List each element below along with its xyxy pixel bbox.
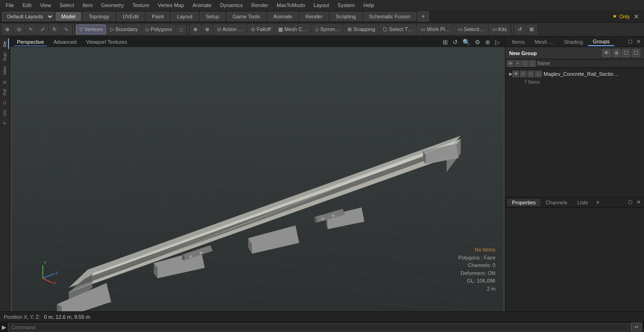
add-layout-tab[interactable]: + bbox=[417, 11, 429, 22]
sidebar-tab-pol[interactable]: Pol: bbox=[1, 86, 9, 97]
selection-button[interactable]: ▭ Selecti… bbox=[454, 24, 488, 34]
tool-circle[interactable]: ⊙ bbox=[14, 24, 25, 34]
rtab-items[interactable]: Items bbox=[507, 38, 529, 46]
sidebar-tab-mes[interactable]: Mes: bbox=[1, 64, 9, 77]
menu-vertexmap[interactable]: Vertex Map bbox=[154, 1, 188, 9]
rbtab-add[interactable]: + bbox=[594, 199, 602, 206]
group-eye-icon[interactable]: 👁 bbox=[602, 49, 611, 57]
rotate-icon-btn[interactable]: ↺ bbox=[514, 24, 525, 34]
boundary-button[interactable]: ▷ Boundary bbox=[107, 24, 141, 34]
rp-bottom-close-icon[interactable]: ✕ bbox=[635, 199, 642, 206]
tab-render[interactable]: Render bbox=[299, 12, 329, 21]
rbtab-channels[interactable]: Channels bbox=[541, 199, 572, 206]
menu-render[interactable]: Render bbox=[248, 1, 272, 9]
menu-edit[interactable]: Edit bbox=[19, 1, 35, 9]
vp-icon-refresh[interactable]: ↺ bbox=[451, 38, 459, 46]
layout-dropdown[interactable]: Default Layouts bbox=[2, 12, 54, 21]
action-button[interactable]: ⊙ Action … bbox=[214, 24, 247, 34]
row-sq2-icon[interactable]: □ bbox=[535, 71, 542, 77]
selecttype-button[interactable]: ⬡ Select T… bbox=[380, 24, 416, 34]
polygons-button[interactable]: ◇ Polygons bbox=[142, 24, 175, 34]
menu-item[interactable]: Item bbox=[79, 1, 96, 9]
row-eye-icon[interactable]: 👁 bbox=[512, 71, 519, 77]
vp-icon-gear[interactable]: ⚙ bbox=[473, 38, 482, 46]
menu-animate[interactable]: Animate bbox=[189, 1, 215, 9]
groups-list[interactable]: ▶ 👁 + □ □ Maglev_Concrete_Rail_Sectio… 7… bbox=[505, 68, 644, 197]
falloff-button[interactable]: ⊙ Falloff bbox=[248, 24, 274, 34]
tab-animate[interactable]: Animate bbox=[267, 12, 298, 21]
vp-icon-expand[interactable]: ▷ bbox=[494, 38, 501, 46]
vertices-button[interactable]: ▽ ▽ VerticesVertices bbox=[76, 24, 106, 34]
group-lock-icon[interactable]: ⊕ bbox=[612, 49, 620, 57]
vp-icon-search[interactable]: 🔍 bbox=[461, 38, 471, 46]
close-layout-icon[interactable]: ✕ bbox=[631, 13, 642, 20]
tab-uvedit[interactable]: UVEdit bbox=[116, 12, 145, 21]
mesh-button[interactable]: ▦ Mesh C… bbox=[275, 24, 311, 34]
rtab-shading[interactable]: Shading bbox=[559, 38, 587, 46]
menu-dynamics[interactable]: Dynamics bbox=[216, 1, 247, 9]
vp-icon-grid[interactable]: ⊞ bbox=[441, 38, 449, 46]
right-panel-bottom-icons: ⬡ ✕ bbox=[627, 199, 642, 206]
tab-paint[interactable]: Paint bbox=[146, 12, 170, 21]
vp-tab-advanced[interactable]: Advanced bbox=[50, 38, 79, 46]
menu-maxtomodo[interactable]: MaxToModo bbox=[273, 1, 309, 9]
viewport-icons: ⊞ ↺ 🔍 ⚙ ⊕ ▷ bbox=[441, 38, 501, 46]
group-check2-icon[interactable]: ☐ bbox=[632, 49, 640, 57]
viewport[interactable]: Perspective Advanced Viewport Textures ⊞… bbox=[10, 37, 505, 311]
tab-setup[interactable]: Setup bbox=[199, 12, 225, 21]
sidebar-tab-c[interactable]: C: bbox=[1, 98, 9, 106]
tab-gametools[interactable]: Game Tools bbox=[226, 12, 266, 21]
tool-arrow[interactable]: ↖ bbox=[25, 24, 36, 34]
kits-button[interactable]: ▭ Kits bbox=[489, 24, 510, 34]
menu-texture[interactable]: Texture bbox=[129, 1, 153, 9]
menu-system[interactable]: System bbox=[334, 1, 359, 9]
sidebar-tab-dup[interactable]: Dup: bbox=[1, 50, 9, 63]
rtab-groups[interactable]: Groups bbox=[588, 38, 614, 46]
group-expand-icon[interactable]: ▶ bbox=[509, 72, 512, 76]
menu-select[interactable]: Select bbox=[56, 1, 78, 9]
tab-layout[interactable]: Layout bbox=[171, 12, 198, 21]
tab-schematicfusion[interactable]: Schematic Fusion bbox=[363, 12, 416, 21]
row-sq1-icon[interactable]: □ bbox=[528, 71, 534, 77]
tab-model[interactable]: Model bbox=[55, 12, 82, 21]
tool-add[interactable]: ⊕ bbox=[2, 24, 13, 34]
symm-button[interactable]: ◇ Symm… bbox=[312, 24, 343, 34]
sidebar-tab-e[interactable]: E: bbox=[1, 78, 9, 86]
workplane-button[interactable]: ▭ Work Pl… bbox=[417, 24, 453, 34]
tool-rotate[interactable]: ↻ bbox=[49, 24, 60, 34]
rp-expand-icon[interactable]: ⬡ bbox=[627, 38, 634, 45]
row-plus-icon[interactable]: + bbox=[520, 71, 527, 77]
command-bar: ▶ ↵ bbox=[0, 322, 644, 332]
sidebar-tab-de[interactable]: De: bbox=[1, 39, 9, 49]
rp-bottom-expand-icon[interactable]: ⬡ bbox=[627, 199, 634, 206]
rtab-mesh[interactable]: Mesh … bbox=[530, 38, 559, 46]
tab-scripting[interactable]: Scripting bbox=[330, 12, 362, 21]
command-enter-button[interactable]: ↵ bbox=[631, 323, 642, 332]
rbtab-lists[interactable]: Lists bbox=[573, 199, 593, 206]
menu-geometry[interactable]: Geometry bbox=[97, 1, 127, 9]
menu-layout[interactable]: Layout bbox=[310, 1, 333, 9]
tool-scale[interactable]: ⤡ bbox=[61, 24, 72, 34]
vp-icon-add[interactable]: ⊕ bbox=[484, 38, 492, 46]
sidebar-tab-f[interactable]: F: bbox=[1, 119, 9, 126]
menu-help[interactable]: Help bbox=[360, 1, 378, 9]
menu-view[interactable]: View bbox=[36, 1, 55, 9]
tool-sq[interactable]: □ bbox=[176, 25, 186, 34]
tab-topology[interactable]: Topology bbox=[83, 12, 116, 21]
vp-tab-perspective[interactable]: Perspective bbox=[14, 38, 47, 46]
menu-file[interactable]: File bbox=[2, 1, 18, 9]
group-check1-icon[interactable]: ☐ bbox=[622, 49, 630, 57]
vp-tab-textures[interactable]: Viewport Textures bbox=[83, 38, 130, 46]
tool-transform[interactable]: ⤢ bbox=[37, 24, 48, 34]
right-panel-top-icons: ⬡ ✕ bbox=[627, 38, 642, 45]
tool-plus[interactable]: ⊕ bbox=[190, 24, 201, 34]
command-input[interactable] bbox=[8, 323, 631, 332]
tool-cross[interactable]: ⊗ bbox=[202, 24, 213, 34]
sidebar-tab-uv[interactable]: UV: bbox=[1, 107, 9, 118]
star-only-filter[interactable]: ★ Only bbox=[612, 13, 630, 19]
grid-icon-btn[interactable]: ⊠ bbox=[526, 24, 537, 34]
group-row-1[interactable]: ▶ 👁 + □ □ Maglev_Concrete_Rail_Sectio… bbox=[507, 70, 642, 78]
rbtab-properties[interactable]: Properties bbox=[507, 199, 540, 206]
snapping-button[interactable]: ⊞ Snapping bbox=[344, 24, 379, 34]
rp-close-icon[interactable]: ✕ bbox=[635, 38, 642, 45]
